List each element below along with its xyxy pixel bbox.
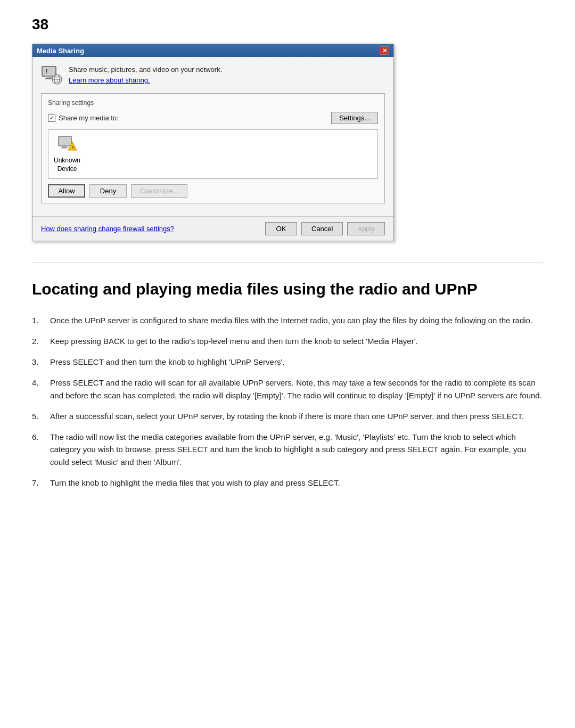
list-item: 6.The radio will now list the media cate…	[32, 431, 543, 468]
numbered-list: 1.Once the UPnP server is configured to …	[32, 314, 543, 489]
list-item-number: 3.	[32, 356, 45, 368]
dialog-footer: How does sharing change firewall setting…	[32, 216, 393, 241]
firewall-link[interactable]: How does sharing change firewall setting…	[41, 225, 174, 233]
page-number: 38	[32, 16, 543, 33]
section-heading: Locating and playing media files using t…	[32, 279, 543, 299]
list-item-number: 1.	[32, 314, 45, 326]
settings-button[interactable]: Settings...	[331, 112, 378, 124]
share-media-label: Share my media to:	[59, 114, 119, 122]
apply-button[interactable]: Apply	[347, 222, 385, 235]
list-item-text: Press SELECT and then turn the knob to h…	[50, 356, 543, 368]
device-list-box: ! Unknown Device	[48, 129, 378, 179]
dialog-titlebar: Media Sharing ✕	[32, 44, 393, 57]
dialog-title: Media Sharing	[37, 47, 84, 55]
dialog-intro: ! Share music, pictures, and video on yo…	[41, 64, 385, 86]
unknown-device-icon: !	[58, 135, 77, 154]
list-item-number: 4.	[32, 377, 45, 402]
list-item-number: 7.	[32, 477, 45, 489]
list-item: 4.Press SELECT and the radio will scan f…	[32, 377, 543, 402]
share-my-media-row: ✓ Share my media to: Settings...	[48, 112, 378, 124]
sharing-settings-group: Sharing settings ✓ Share my media to: Se…	[41, 93, 385, 203]
intro-line1: Share music, pictures, and video on your…	[69, 64, 222, 75]
device-item: ! Unknown Device	[54, 135, 80, 173]
svg-rect-1	[46, 76, 52, 78]
list-item: 5.After a successful scan, select your U…	[32, 410, 543, 422]
dialog-body: ! Share music, pictures, and video on yo…	[32, 57, 393, 216]
svg-text:!: !	[72, 145, 74, 150]
list-item-text: Once the UPnP server is configured to sh…	[50, 314, 543, 326]
svg-rect-11	[61, 148, 68, 149]
device-actions: Allow Deny Customize...	[48, 184, 378, 198]
media-sharing-dialog: Media Sharing ✕ ! Share music, p	[32, 44, 394, 241]
share-media-checkbox[interactable]: ✓	[48, 114, 55, 122]
ok-button[interactable]: OK	[265, 222, 297, 235]
sharing-settings-legend: Sharing settings	[48, 99, 378, 107]
dialog-intro-text: Share music, pictures, and video on your…	[69, 64, 222, 85]
deny-button[interactable]: Deny	[89, 184, 127, 198]
svg-rect-0	[42, 67, 56, 76]
list-item-text: After a successful scan, select your UPn…	[50, 410, 543, 422]
list-item: 1.Once the UPnP server is configured to …	[32, 314, 543, 326]
list-item-text: The radio will now list the media catego…	[50, 431, 543, 468]
list-item: 3.Press SELECT and then turn the knob to…	[32, 356, 543, 368]
share-media-left: ✓ Share my media to:	[48, 114, 119, 122]
list-item-number: 2.	[32, 335, 45, 347]
dialog-footer-buttons: OK Cancel Apply	[265, 222, 385, 235]
svg-rect-9	[59, 136, 71, 146]
customize-button[interactable]: Customize...	[131, 184, 187, 198]
list-item-number: 5.	[32, 410, 45, 422]
section-divider	[32, 263, 543, 263]
media-sharing-icon: !	[41, 64, 62, 86]
list-item: 7.Turn the knob to highlight the media f…	[32, 477, 543, 489]
dialog-close-button[interactable]: ✕	[380, 46, 389, 55]
list-item: 2.Keep pressing BACK to get to the radio…	[32, 335, 543, 347]
list-item-text: Keep pressing BACK to get to the radio's…	[50, 335, 543, 347]
list-item-text: Press SELECT and the radio will scan for…	[50, 377, 543, 402]
cancel-button[interactable]: Cancel	[301, 222, 343, 235]
allow-button[interactable]: Allow	[48, 184, 85, 198]
list-item-number: 6.	[32, 431, 45, 468]
list-item-text: Turn the knob to highlight the media fil…	[50, 477, 543, 489]
learn-more-link[interactable]: Learn more about sharing.	[69, 76, 150, 84]
device-name: Unknown Device	[54, 157, 80, 173]
svg-text:!: !	[46, 69, 47, 75]
svg-rect-10	[62, 146, 67, 148]
